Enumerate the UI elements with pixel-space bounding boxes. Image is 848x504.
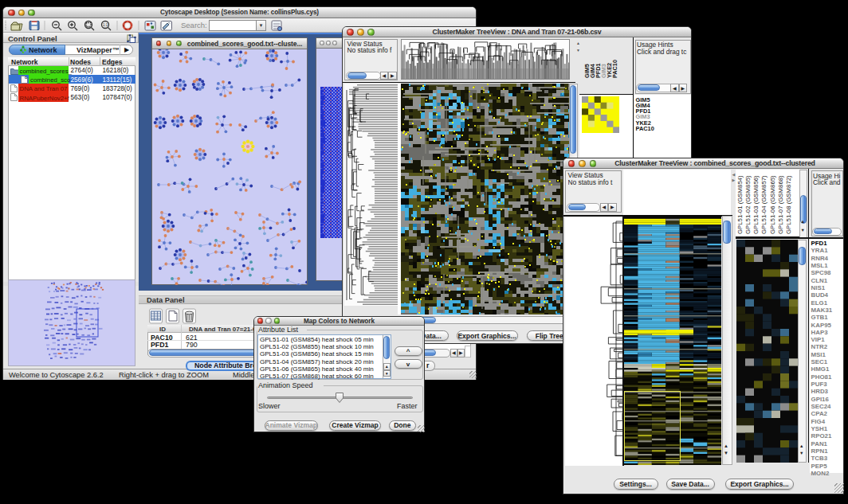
svg-text:1:1: 1:1 [103, 23, 108, 27]
